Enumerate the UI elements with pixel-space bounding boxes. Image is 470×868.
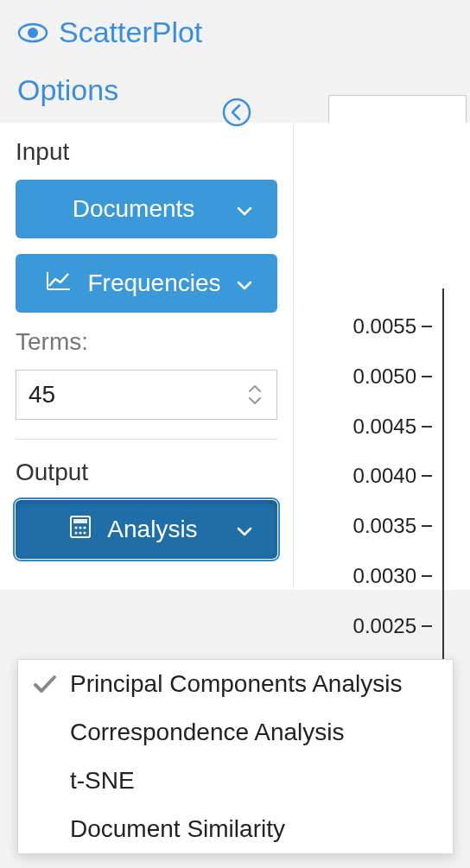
y-tick-label: 0.0055 xyxy=(353,314,416,339)
y-tick: 0.0050 xyxy=(302,364,432,389)
y-tick: 0.0035 xyxy=(302,514,432,538)
y-tick-label: 0.0040 xyxy=(353,464,416,488)
y-tick: 0.0025 xyxy=(302,614,432,638)
frequencies-dropdown[interactable]: Frequencies xyxy=(16,254,277,313)
tick-mark xyxy=(422,326,432,327)
menu-item-tsne[interactable]: t-SNE xyxy=(18,757,453,805)
chevron-down-icon xyxy=(236,269,253,297)
terms-value: 45 xyxy=(29,381,55,409)
tick-mark xyxy=(422,525,432,527)
analysis-dropdown-label: Analysis xyxy=(107,516,197,543)
options-label: Options xyxy=(17,73,118,107)
output-section-label: Output xyxy=(16,459,277,486)
y-tick: 0.0030 xyxy=(302,564,432,588)
y-tick-label: 0.0045 xyxy=(353,415,416,439)
y-tick: 0.0045 xyxy=(302,415,432,439)
line-chart-icon xyxy=(46,269,72,297)
spinner-arrows-icon[interactable] xyxy=(247,383,263,406)
menu-item-label: Principal Components Analysis xyxy=(70,670,402,698)
section-divider xyxy=(16,439,277,440)
documents-dropdown-label: Documents xyxy=(73,195,195,223)
tick-mark xyxy=(422,426,432,428)
chevron-down-icon xyxy=(236,516,253,543)
tick-mark xyxy=(422,376,432,377)
menu-item-label: Document Similarity xyxy=(70,815,285,843)
svg-point-9 xyxy=(79,531,82,534)
svg-point-2 xyxy=(224,99,250,125)
menu-item-ca[interactable]: Correspondence Analysis xyxy=(18,708,453,757)
documents-dropdown[interactable]: Documents xyxy=(16,180,277,238)
app-header: ScatterPlot xyxy=(0,0,470,54)
visibility-icon xyxy=(17,22,48,43)
menu-item-docsim[interactable]: Document Similarity xyxy=(18,805,453,853)
y-tick-label: 0.0025 xyxy=(353,614,416,638)
svg-point-10 xyxy=(84,531,86,534)
tick-mark xyxy=(422,625,432,627)
app-title: ScatterPlot xyxy=(59,16,202,49)
menu-item-label: t-SNE xyxy=(70,767,135,795)
y-tick: 0.0055 xyxy=(302,314,432,339)
svg-point-1 xyxy=(28,28,38,38)
calculator-icon xyxy=(69,515,92,545)
input-section-label: Input xyxy=(16,138,277,166)
chevron-down-icon xyxy=(236,195,253,223)
svg-point-5 xyxy=(75,526,78,529)
y-tick-label: 0.0050 xyxy=(353,364,416,389)
terms-spinner[interactable]: 45 xyxy=(16,370,277,420)
tick-mark xyxy=(422,575,432,577)
y-tick: 0.0040 xyxy=(302,464,432,488)
analysis-dropdown[interactable]: Analysis xyxy=(16,500,277,559)
svg-point-8 xyxy=(75,531,78,534)
analysis-menu: Principal Components Analysis Correspond… xyxy=(17,659,454,854)
collapse-panel-button[interactable] xyxy=(221,97,252,128)
chart-area: 0.00550.00500.00450.00400.00350.00300.00… xyxy=(294,123,470,590)
svg-point-6 xyxy=(79,526,82,529)
svg-rect-4 xyxy=(73,519,87,523)
menu-item-label: Correspondence Analysis xyxy=(70,719,345,746)
frequencies-dropdown-label: Frequencies xyxy=(87,269,220,297)
tick-mark xyxy=(422,475,432,477)
options-panel: Input Documents Frequencies Terms: 45 xyxy=(0,123,294,590)
svg-point-7 xyxy=(84,526,86,529)
check-icon xyxy=(32,671,58,697)
menu-item-pca[interactable]: Principal Components Analysis xyxy=(18,660,453,708)
y-tick-label: 0.0030 xyxy=(353,564,416,588)
y-tick-label: 0.0035 xyxy=(353,514,416,538)
terms-label: Terms: xyxy=(16,328,277,356)
